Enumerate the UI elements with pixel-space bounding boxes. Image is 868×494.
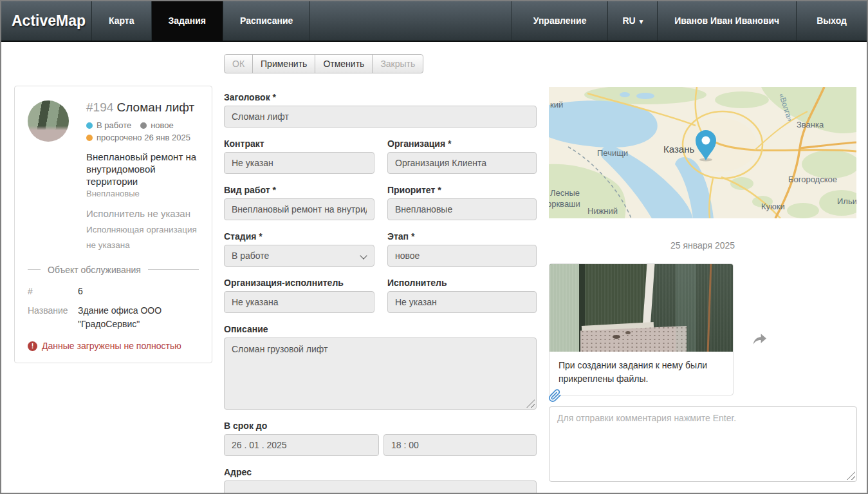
phase-field-label: Этап * <box>387 231 537 242</box>
task-title-text: Сломан лифт <box>117 100 195 114</box>
language-selector[interactable]: RU▾ <box>607 1 657 41</box>
row-value: Здание офиса ООО "ГрадоСервис" <box>78 304 199 331</box>
chevron-down-icon <box>360 252 367 259</box>
title-input[interactable] <box>224 106 537 128</box>
apply-button[interactable]: Применить <box>252 54 315 73</box>
status-badges-row: В работе новое <box>86 120 199 130</box>
tab-tasks[interactable]: Задания <box>151 1 223 41</box>
contract-input[interactable] <box>224 152 374 174</box>
executor-input[interactable] <box>387 291 537 313</box>
comment-input-wrap <box>549 406 857 482</box>
task-priority-label: Внеплановые <box>86 189 199 198</box>
status-badge: новое <box>140 120 174 130</box>
tab-map[interactable]: Карта <box>91 1 152 41</box>
caret-down-icon: ▾ <box>640 17 643 25</box>
task-edit-form: Заголовок * Контракт Организация * Вид р… <box>224 92 537 494</box>
feed-date-header: 25 января 2025 <box>549 240 856 251</box>
organization-input[interactable] <box>387 152 537 174</box>
work-type-input[interactable] <box>224 198 374 220</box>
management-menu-item[interactable]: Управление <box>512 1 608 41</box>
comment-input[interactable] <box>549 406 857 482</box>
description-textarea[interactable]: Сломан грузовой лифт <box>224 337 537 410</box>
status-dot-icon <box>140 122 147 129</box>
form-action-toolbar: ОК Применить Отменить Закрыть <box>224 54 423 73</box>
map-label-city: Казань <box>663 144 694 155</box>
map-label: Званка <box>797 120 824 129</box>
main-tabs: Карта Задания Расписание <box>92 1 310 41</box>
row-label: Название <box>28 304 78 331</box>
status-badge: В работе <box>86 120 131 130</box>
priority-field-label: Приоритет * <box>387 185 537 195</box>
stage-select[interactable]: В работе <box>224 245 374 267</box>
app-logo[interactable]: ActiveMap <box>12 1 86 41</box>
message-line: При создании задания к нему были прикреп… <box>559 359 724 386</box>
task-title: #194 Сломан лифт <box>86 100 199 115</box>
tab-schedule[interactable]: Расписание <box>223 1 310 41</box>
navbar-right-menu: Управление RU▾ Иванов Иван Иванович Выхо… <box>512 1 867 41</box>
service-object-row: Название Здание офиса ООО "ГрадоСервис" <box>28 304 199 331</box>
map-label: Богородское <box>788 175 837 184</box>
overdue-badge: просрочено 26 янв 2025 <box>86 133 190 142</box>
row-value: 6 <box>78 285 199 298</box>
due-field-label: В срок до <box>224 421 537 431</box>
share-icon[interactable] <box>752 331 768 347</box>
top-navbar: ActiveMap Карта Задания Расписание Управ… <box>1 1 867 42</box>
address-field-label: Адрес <box>224 467 537 477</box>
feed-message-card: При создании задания к нему были прикреп… <box>549 263 734 395</box>
logout-button[interactable]: Выход <box>796 1 867 41</box>
map-label: кий <box>550 100 563 109</box>
status-dot-icon <box>86 122 93 129</box>
organization-field-label: Организация * <box>387 138 537 149</box>
task-avatar-photo[interactable] <box>28 100 69 142</box>
attach-file-icon[interactable] <box>548 389 562 403</box>
executor-org-note: Исполняющая организация не указана <box>86 222 199 252</box>
priority-input[interactable] <box>387 198 537 220</box>
phase-input[interactable] <box>387 245 537 267</box>
warning-icon <box>28 341 37 351</box>
cancel-button[interactable]: Отменить <box>315 54 373 73</box>
stage-select-value: В работе <box>232 251 269 261</box>
data-load-warning: Данные загружены не полностью <box>28 341 199 351</box>
map-label: Печищи <box>597 148 628 158</box>
executor-note: Исполнитель не указан <box>86 208 199 219</box>
stage-field-label: Стадия * <box>224 231 374 242</box>
service-object-row: # 6 <box>28 285 199 298</box>
status-dot-icon <box>86 135 93 141</box>
map-label: Ильинское <box>837 196 856 206</box>
title-field-label: Заголовок * <box>224 92 537 102</box>
task-id: #194 <box>86 100 113 114</box>
warning-text: Данные загружены не полностью <box>42 341 181 351</box>
current-user-menu-item[interactable]: Иванов Иван Иванович <box>657 1 796 41</box>
map-label: Куюки <box>761 202 785 211</box>
row-label: # <box>28 285 78 298</box>
map-marker-icon[interactable] <box>694 129 717 162</box>
close-button: Закрыть <box>372 54 423 73</box>
task-card-top: #194 Сломан лифт В работе новое просроче… <box>28 100 199 253</box>
executor-field-label: Исполнитель <box>387 278 537 288</box>
address-input[interactable] <box>224 480 537 494</box>
executor-org-input[interactable] <box>224 291 374 313</box>
message-line: Было установлено главное фото <box>559 395 724 395</box>
task-summary-card: #194 Сломан лифт В работе новое просроче… <box>14 86 212 363</box>
message-photo[interactable] <box>549 264 733 352</box>
map-label: Лесные <box>550 188 580 198</box>
description-field-label: Описание <box>224 324 537 334</box>
map-label: Нижний <box>587 206 618 216</box>
executor-org-field-label: Организация-исполнитель <box>224 278 374 288</box>
service-object-section-title: Объект обслуживания <box>28 265 199 275</box>
app-window: ActiveMap Карта Задания Расписание Управ… <box>0 0 868 494</box>
task-card-head: #194 Сломан лифт В работе новое просроче… <box>86 100 199 253</box>
contract-field-label: Контракт <box>224 138 374 149</box>
work-type-field-label: Вид работ * <box>224 185 374 195</box>
due-date-input[interactable] <box>224 434 379 456</box>
status-badges-row: просрочено 26 янв 2025 <box>86 133 199 142</box>
task-work-type: Внеплановый ремонт на внутридомовой терр… <box>86 151 199 187</box>
map[interactable]: Казань Печищи Званка «Волга» Богородское… <box>549 87 856 218</box>
ok-button: ОК <box>224 54 253 73</box>
message-text: При создании задания к нему были прикреп… <box>549 352 733 395</box>
due-time-input[interactable] <box>383 434 537 456</box>
map-label: Моркваши <box>549 199 580 209</box>
